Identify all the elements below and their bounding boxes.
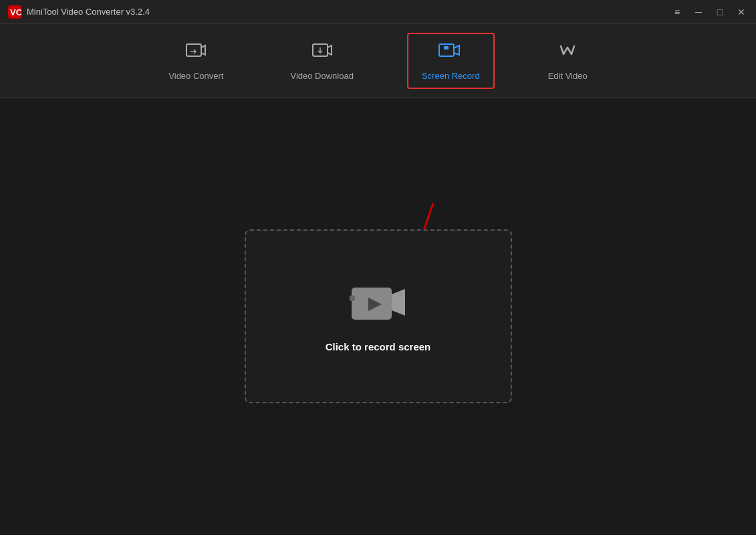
svg-text:VC: VC [10,7,21,17]
record-label: Click to record screen [326,341,431,352]
camera-icon-wrap [348,281,408,328]
video-download-icon [311,41,333,66]
window-controls: ≡ ─ □ ✕ [670,5,748,19]
tab-screen-record[interactable]: Screen Record [407,33,495,89]
app-title: MiniTool Video Converter v3.2.4 [27,7,150,17]
camera-icon [348,281,408,328]
video-convert-icon [185,41,207,66]
record-area[interactable]: Click to record screen [245,229,512,403]
main-content: Click to record screen [0,98,756,535]
menu-button[interactable]: ≡ [670,5,684,19]
maximize-button[interactable]: □ [713,5,727,19]
close-button[interactable]: ✕ [735,5,748,19]
title-left: VC MiniTool Video Converter v3.2.4 [8,5,150,19]
tab-video-download[interactable]: Video Download [277,34,366,88]
tab-edit-video[interactable]: Edit Video [535,34,601,88]
screen-record-icon [438,41,463,66]
svg-marker-13 [392,289,405,316]
minimize-button[interactable]: ─ [692,5,705,19]
tab-screen-record-label: Screen Record [422,71,480,81]
app-logo: VC [8,5,21,19]
tab-bar: Video Convert Video Download Screen Reco… [0,24,756,98]
tab-video-download-label: Video Download [290,71,353,81]
tab-edit-video-label: Edit Video [548,71,588,81]
svg-rect-7 [444,46,449,49]
svg-rect-12 [350,296,355,301]
tab-video-convert[interactable]: Video Convert [155,34,237,88]
title-bar: VC MiniTool Video Converter v3.2.4 ≡ ─ □… [0,0,756,24]
edit-video-icon [557,41,578,66]
svg-rect-6 [439,44,454,56]
tab-video-convert-label: Video Convert [168,71,223,81]
